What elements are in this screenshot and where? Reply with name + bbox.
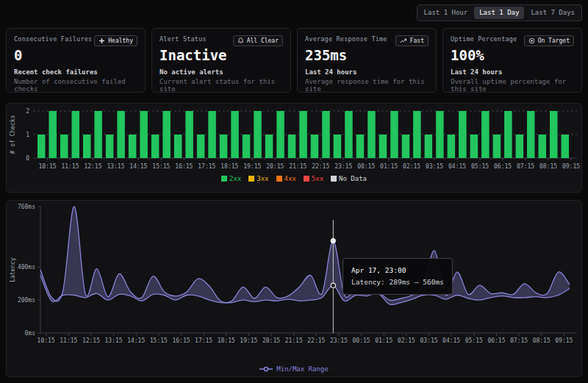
- svg-text:03:15: 03:15: [426, 163, 443, 170]
- legend-item-3xx[interactable]: 3xx: [248, 175, 268, 182]
- card-subtitle: Recent check failures: [14, 68, 137, 76]
- checks-bar-chart[interactable]: 012# of Checks10:1511:1512:1513:1514:151…: [7, 104, 581, 174]
- legend-swatch: [331, 176, 337, 182]
- svg-text:16:15: 16:15: [172, 337, 190, 344]
- line-legend-icon: [259, 365, 273, 373]
- svg-text:18:15: 18:15: [220, 163, 238, 170]
- svg-text:12:15: 12:15: [82, 337, 100, 344]
- svg-text:23:15: 23:15: [330, 337, 348, 344]
- svg-text:13:15: 13:15: [107, 163, 124, 170]
- svg-text:13:15: 13:15: [105, 337, 123, 344]
- latency-chart-panel: 0ms200ms400ms768msLatency10:1511:1512:15…: [6, 200, 582, 377]
- svg-text:11:15: 11:15: [60, 337, 77, 344]
- card-subtitle: Last 24 hours: [451, 68, 574, 76]
- badge-label: All Clear: [247, 37, 279, 44]
- card-subtitle: Last 24 hours: [305, 68, 429, 76]
- badge-label: Healthy: [108, 37, 133, 44]
- card-title: Average Response Time: [305, 35, 387, 43]
- status-badge: On Target: [524, 35, 574, 46]
- topbar: Last 1 Hour Last 1 Day Last 7 Days: [417, 4, 582, 21]
- svg-text:05:15: 05:15: [465, 337, 483, 344]
- range-last-1-day-button[interactable]: Last 1 Day: [474, 7, 524, 19]
- card-alert-status: Alert Status All Clear Inactive No activ…: [151, 28, 291, 93]
- svg-text:200ms: 200ms: [18, 297, 35, 304]
- max-point-marker: [331, 238, 335, 243]
- latency-legend[interactable]: Min/Max Range: [7, 365, 581, 373]
- svg-text:768ms: 768ms: [18, 204, 35, 210]
- range-last-7-days-button[interactable]: Last 7 Days: [526, 7, 580, 19]
- svg-text:16:15: 16:15: [175, 163, 193, 170]
- legend-label: 3xx: [257, 175, 268, 182]
- card-uptime-percentage: Uptime Percentage On Target 100% Last 24…: [442, 28, 582, 93]
- tooltip-latency-range: Latency: 289ms – 560ms: [351, 276, 444, 288]
- range-last-1-hour-button[interactable]: Last 1 Hour: [419, 7, 473, 19]
- legend-label: 2xx: [229, 175, 241, 182]
- legend-item-2xx[interactable]: 2xx: [221, 175, 241, 182]
- time-range-selector: Last 1 Hour Last 1 Day Last 7 Days: [417, 4, 582, 21]
- badge-label: Fast: [410, 37, 424, 44]
- card-consecutive-failures: Consecutive Failures Healthy 0 Recent ch…: [6, 28, 146, 93]
- bell-icon: [237, 37, 244, 44]
- svg-text:08:15: 08:15: [539, 163, 557, 170]
- svg-text:18:15: 18:15: [218, 337, 235, 344]
- trend-up-icon: [400, 37, 407, 44]
- legend-label: No Data: [339, 175, 367, 182]
- legend-swatch: [221, 176, 227, 182]
- svg-text:19:15: 19:15: [243, 163, 261, 170]
- svg-text:04:15: 04:15: [442, 337, 460, 344]
- checks-chart-panel: 012# of Checks10:1511:1512:1513:1514:151…: [6, 103, 582, 193]
- checks-chart-legend: 2xx3xx4xx5xxNo Data: [7, 175, 581, 182]
- legend-swatch: [276, 176, 282, 182]
- status-badge: Healthy: [94, 35, 137, 46]
- svg-text:06:15: 06:15: [487, 337, 505, 344]
- svg-text:00:15: 00:15: [357, 163, 375, 170]
- card-subtitle: No active alerts: [159, 68, 283, 76]
- svg-text:14:15: 14:15: [129, 163, 147, 170]
- min-point-marker: [331, 283, 335, 287]
- legend-swatch: [304, 176, 309, 182]
- svg-text:0ms: 0ms: [25, 330, 36, 337]
- svg-text:02:15: 02:15: [398, 337, 415, 344]
- legend-item-5xx[interactable]: 5xx: [304, 175, 323, 182]
- svg-text:23:15: 23:15: [334, 163, 352, 170]
- svg-text:12:15: 12:15: [84, 163, 101, 170]
- card-value: 0: [14, 47, 137, 63]
- svg-text:03:15: 03:15: [420, 337, 437, 344]
- status-badge: All Clear: [233, 35, 283, 46]
- svg-text:22:15: 22:15: [312, 163, 329, 170]
- stat-cards-row: Consecutive Failures Healthy 0 Recent ch…: [6, 28, 582, 93]
- tooltip-date: Apr 17, 23:00: [351, 265, 444, 276]
- uptime-dashboard: Last 1 Hour Last 1 Day Last 7 Days Conse…: [0, 0, 588, 383]
- chart-tooltip: Apr 17, 23:00 Latency: 289ms – 560ms: [343, 258, 453, 295]
- legend-swatch: [248, 176, 254, 182]
- svg-text:400ms: 400ms: [18, 264, 35, 271]
- svg-text:22:15: 22:15: [307, 337, 325, 344]
- card-description: Overall uptime percentage for this site: [451, 78, 574, 93]
- svg-text:07:15: 07:15: [510, 337, 528, 344]
- svg-text:04:15: 04:15: [448, 163, 466, 170]
- latency-area-chart[interactable]: 0ms200ms400ms768msLatency10:1511:1512:15…: [7, 201, 581, 355]
- legend-item-no-data[interactable]: No Data: [331, 175, 367, 182]
- svg-text:02:15: 02:15: [403, 163, 420, 170]
- latency-legend-label: Min/Max Range: [276, 365, 328, 373]
- svg-text:09:15: 09:15: [555, 337, 573, 344]
- health-icon: [98, 37, 105, 44]
- svg-text:20:15: 20:15: [262, 337, 280, 344]
- svg-text:17:15: 17:15: [198, 163, 215, 170]
- svg-text:11:15: 11:15: [61, 163, 79, 170]
- legend-label: 5xx: [312, 175, 323, 182]
- svg-text:2: 2: [26, 108, 29, 115]
- svg-text:17:15: 17:15: [195, 337, 212, 344]
- svg-text:10:15: 10:15: [37, 337, 55, 344]
- card-title: Uptime Percentage: [451, 35, 517, 43]
- svg-text:01:15: 01:15: [375, 337, 392, 344]
- legend-item-4xx[interactable]: 4xx: [276, 175, 296, 182]
- svg-text:10:15: 10:15: [38, 163, 56, 170]
- svg-text:15:15: 15:15: [150, 337, 168, 344]
- svg-text:1: 1: [26, 132, 29, 138]
- card-description: Number of consecutive failed checks: [14, 78, 137, 93]
- card-description: Average response time for this site: [305, 78, 429, 93]
- badge-label: On Target: [538, 37, 570, 44]
- card-value: Inactive: [159, 47, 283, 63]
- card-value: 100%: [451, 47, 574, 63]
